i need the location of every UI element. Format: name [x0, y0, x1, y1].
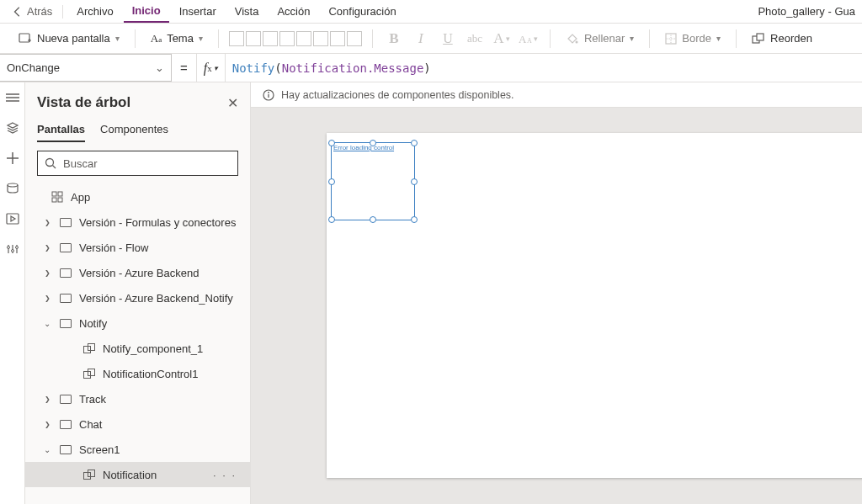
- underline-button[interactable]: U: [437, 29, 459, 49]
- ribbon-group-format: B I U abc A▾ AA ▾: [376, 29, 546, 49]
- tree-node[interactable]: ❯Versión - Formulas y conectores: [25, 210, 250, 235]
- rail-layers-icon[interactable]: [4, 119, 21, 136]
- resize-handle[interactable]: [370, 140, 376, 146]
- color-swatch[interactable]: [279, 31, 295, 46]
- control-error-label: Error loading control: [333, 144, 394, 151]
- theme-button[interactable]: Aa Tema ▾: [146, 29, 208, 48]
- selected-control[interactable]: Error loading control: [331, 142, 415, 220]
- app-body: Vista de árbol ✕ Pantallas Componentes B…: [0, 82, 862, 504]
- color-swatch[interactable]: [313, 31, 328, 46]
- separator: [550, 29, 551, 48]
- rail-add-icon[interactable]: [4, 150, 21, 167]
- back-button[interactable]: Atrás: [7, 5, 57, 18]
- tree-node-app[interactable]: App: [25, 184, 250, 210]
- svg-point-14: [8, 183, 18, 187]
- svg-rect-26: [52, 198, 56, 202]
- menu-archivo[interactable]: Archivo: [68, 0, 121, 23]
- tree-node[interactable]: ⌄Screen1: [25, 437, 250, 462]
- color-swatch[interactable]: [347, 31, 362, 46]
- rail-settings-icon[interactable]: [4, 241, 21, 257]
- expand-icon[interactable]: ❯: [43, 219, 51, 226]
- fx-label[interactable]: fx▾: [196, 54, 226, 82]
- expand-icon[interactable]: ❯: [43, 244, 51, 252]
- color-swatch[interactable]: [296, 31, 311, 46]
- tree-node-label: Notify_component_1: [103, 342, 203, 355]
- tree-node[interactable]: NotificationControl1: [25, 361, 250, 386]
- tree-node[interactable]: ❯Track: [25, 386, 250, 411]
- screen-icon: [59, 316, 72, 330]
- expand-icon[interactable]: ❯: [43, 294, 51, 302]
- resize-handle[interactable]: [411, 216, 418, 223]
- menu-vista[interactable]: Vista: [226, 0, 268, 23]
- document-title: Photo_gallery - Gua: [758, 5, 855, 18]
- color-swatch[interactable]: [263, 31, 278, 46]
- expand-icon[interactable]: ⌄: [42, 445, 52, 454]
- resize-handle[interactable]: [411, 178, 418, 185]
- italic-button[interactable]: I: [410, 29, 432, 49]
- svg-point-3: [575, 40, 577, 43]
- tree-node[interactable]: ❯Versión - Azure Backend_Notify: [25, 285, 250, 310]
- reorder-button[interactable]: Reorden: [747, 29, 817, 47]
- color-swatch[interactable]: [246, 31, 261, 46]
- app-icon: [51, 190, 64, 204]
- strike-button[interactable]: abc: [464, 29, 486, 49]
- font-color-button[interactable]: A▾: [491, 29, 513, 49]
- svg-rect-27: [58, 198, 62, 202]
- tree-node-label: Versión - Azure Backend_Notify: [79, 292, 233, 305]
- info-bar[interactable]: Hay actualizaciones de componentes dispo…: [251, 82, 862, 108]
- tree-node[interactable]: ❯Versión - Azure Backend: [25, 260, 250, 285]
- resize-handle[interactable]: [328, 140, 335, 146]
- menu-insertar[interactable]: Insertar: [171, 0, 225, 23]
- tree-panel: Vista de árbol ✕ Pantallas Componentes B…: [25, 82, 251, 504]
- tree-node[interactable]: ❯Versión - Flow: [25, 235, 250, 260]
- close-icon[interactable]: ✕: [227, 95, 238, 111]
- expand-icon[interactable]: ⌄: [42, 319, 52, 328]
- tree-node[interactable]: ⌄Notify: [25, 310, 250, 336]
- color-swatch[interactable]: [229, 31, 244, 46]
- rail-data-icon[interactable]: [4, 180, 21, 197]
- separator: [62, 5, 63, 19]
- bold-button[interactable]: B: [383, 29, 405, 49]
- artboard[interactable]: Error loading control: [327, 133, 862, 478]
- property-dropdown[interactable]: OnChange ⌄: [0, 54, 172, 82]
- tree-node[interactable]: Notify_component_1: [25, 336, 250, 361]
- new-screen-button[interactable]: Nueva pantalla ▾: [13, 29, 125, 47]
- rail-tree-icon[interactable]: [4, 89, 21, 106]
- tree-node[interactable]: Notification· · ·: [25, 462, 250, 487]
- resize-handle[interactable]: [411, 140, 418, 146]
- tab-pantallas[interactable]: Pantallas: [37, 118, 85, 142]
- rail-media-icon[interactable]: [4, 210, 21, 227]
- resize-handle[interactable]: [328, 216, 335, 223]
- font-size-button[interactable]: AA ▾: [518, 29, 540, 49]
- tree-node-label: Track: [79, 393, 106, 406]
- screen-icon: [59, 443, 72, 456]
- svg-point-19: [11, 250, 13, 252]
- panel-title: Vista de árbol: [37, 94, 130, 111]
- menu-accion[interactable]: Acción: [269, 0, 318, 23]
- resize-handle[interactable]: [370, 216, 376, 223]
- tree-node[interactable]: ❯Chat: [25, 411, 250, 437]
- search-input[interactable]: Buscar: [37, 151, 238, 176]
- font-size-icon: AA: [519, 33, 534, 45]
- left-rail: [0, 82, 25, 504]
- formula-input[interactable]: Notify(Notification.Message): [226, 54, 862, 82]
- menu-inicio[interactable]: Inicio: [124, 0, 169, 23]
- resize-handle[interactable]: [328, 178, 335, 185]
- border-button[interactable]: Borde ▾: [660, 29, 726, 47]
- tab-componentes[interactable]: Componentes: [100, 118, 168, 142]
- more-icon[interactable]: · · ·: [213, 469, 242, 481]
- expand-icon[interactable]: ❯: [43, 269, 51, 277]
- svg-line-23: [53, 166, 56, 169]
- fill-button[interactable]: Rellenar ▾: [561, 29, 639, 47]
- canvas-viewport[interactable]: Error loading control: [251, 108, 862, 504]
- expand-icon[interactable]: ❯: [43, 395, 51, 403]
- expand-icon[interactable]: ❯: [43, 421, 51, 428]
- color-swatch[interactable]: [330, 31, 345, 46]
- screen-icon: [59, 266, 72, 279]
- menu-configuracion[interactable]: Configuración: [320, 0, 404, 23]
- tree-node-label: App: [71, 191, 90, 204]
- separator: [736, 29, 737, 48]
- property-name: OnChange: [7, 61, 60, 74]
- ribbon-group-theme: Aa Tema ▾: [139, 29, 215, 48]
- ribbon-group-fill: Rellenar ▾: [554, 29, 646, 47]
